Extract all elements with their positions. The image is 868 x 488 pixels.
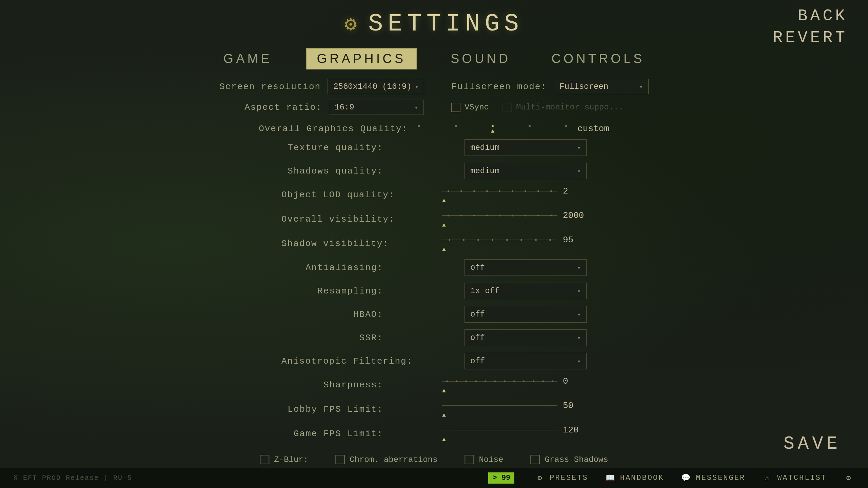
bottom-toolbar: § EFT PROD Release | RU-5 > 99 ⚙ PRESETS… (0, 468, 868, 488)
title-area: ⚙ SETTINGS (0, 0, 868, 38)
aspect-vsync-row: Aspect ratio: 16:9 ▾ VSync Multi-monitor… (244, 100, 624, 115)
tab-controls[interactable]: CONTROLS (545, 48, 651, 69)
game-fps-slider[interactable] (442, 427, 557, 433)
visibility-arrow[interactable]: ▲ (442, 222, 446, 228)
settings-grid: Texture quality: medium ▾ Shadows qualit… (281, 139, 587, 443)
screen-row: Screen resolution 868x488 (16:9) ▾ Ful… (219, 79, 649, 94)
overall-quality-value: custom (577, 124, 609, 134)
game-fps-arrow[interactable]: ▲ (442, 436, 446, 443)
texture-label: Texture quality: (281, 143, 383, 153)
tab-sound[interactable]: SOUND (444, 48, 517, 69)
visibility-row: Overall visibility: 2000 (281, 210, 587, 228)
hbao-dropdown[interactable]: off ▾ (465, 306, 587, 323)
fullscreen-dropdown[interactable]: Fullscreen ▾ (554, 79, 649, 94)
sharpness-slider-group: 0 (442, 376, 587, 386)
presets-button[interactable]: ⚙ PRESETS (535, 473, 588, 484)
chrom-group: Chrom. aberrations (335, 455, 437, 464)
settings-gear-icon: ⚙ (844, 473, 854, 484)
lobby-fps-arrow[interactable]: ▲ (442, 412, 446, 418)
resampling-dropdown[interactable]: 1x off ▾ (465, 283, 587, 299)
aniso-label: Anisotropic Filtering: (281, 356, 413, 366)
ssr-value: off (470, 333, 485, 342)
sharpness-row: Sharpness: 0 (281, 376, 587, 394)
zblur-group: Z-Blur: (260, 455, 308, 464)
ssr-row: SSR: off ▾ (281, 329, 587, 346)
game-fps-value: 120 (563, 425, 587, 435)
noise-checkbox[interactable] (465, 455, 474, 464)
lod-arrow[interactable]: ▲ (442, 198, 446, 204)
zblur-label: Z-Blur: (274, 455, 308, 464)
handbook-label: HANDBOOK (620, 474, 664, 482)
handbook-button[interactable]: 📖 HANDBOOK (605, 473, 664, 484)
noise-label: Noise (479, 455, 503, 464)
shadow-vis-slider[interactable] (442, 237, 557, 243)
revert-button[interactable]: REVERT (773, 28, 848, 47)
shadows-label: Shadows quality: (281, 166, 383, 176)
overall-quality-label: Overall Graphics Quality: (259, 124, 408, 134)
multimonitor-checkbox (502, 103, 512, 112)
bottom-right-items: > 99 ⚙ PRESETS 📖 HANDBOOK 💬 MESSENGER ⚠ … (488, 472, 854, 484)
presets-icon: ⚙ (535, 473, 546, 484)
bottom-checkboxes: Z-Blur: Chrom. aberrations Noise Grass S… (260, 455, 608, 464)
bottom-left-info: § EFT PROD Release | RU-5 (14, 474, 132, 482)
hbao-label: HBAO: (281, 309, 383, 320)
resolution-label: Screen resolution (219, 82, 321, 92)
vsync-multimonitor: VSync Multi-monitor suppo... (451, 103, 624, 112)
antialiasing-label: Antialiasing: (281, 263, 383, 273)
resolution-dropdown[interactable]: 868x488 (16:9) ▾ (328, 79, 424, 94)
ssr-arrow: ▾ (577, 334, 581, 342)
page-title: ⚙ SETTINGS (344, 10, 524, 38)
top-right-buttons: BACK REVERT (773, 7, 848, 47)
grass-shadows-checkbox[interactable] (530, 455, 540, 464)
tab-game[interactable]: GAME (217, 48, 279, 69)
sharpness-slider[interactable] (442, 378, 557, 385)
sharpness-arrow[interactable]: ▲ (442, 388, 446, 394)
aspect-label: Aspect ratio: (244, 102, 322, 113)
shadows-dropdown[interactable]: medium ▾ (465, 163, 587, 179)
zblur-checkbox[interactable] (260, 455, 269, 464)
ssr-dropdown[interactable]: off ▾ (465, 329, 587, 346)
aniso-dropdown[interactable]: off ▾ (465, 353, 587, 369)
lod-row: Object LOD quality: 2 ▲ (281, 186, 587, 204)
gear-icon: ⚙ (344, 12, 361, 37)
shadows-value: medium (470, 166, 499, 176)
tab-graphics[interactable]: GRAPHICS (306, 48, 417, 69)
shadows-arrow: ▾ (577, 167, 581, 175)
chrom-checkbox[interactable] (335, 455, 345, 464)
aspect-dropdown[interactable]: 16:9 ▾ (329, 100, 424, 115)
overall-quality-slider[interactable]: ▲ (418, 124, 567, 134)
resampling-label: Resampling: (281, 286, 383, 296)
sharpness-control: 0 ▲ (442, 376, 587, 394)
lobby-fps-slider[interactable] (442, 402, 557, 409)
aniso-value: off (470, 357, 485, 366)
lod-slider[interactable] (442, 188, 557, 195)
visibility-control: 2000 ▲ (442, 210, 587, 228)
shadow-vis-label: Shadow visibility: (281, 239, 389, 249)
settings-gear-button[interactable]: ⚙ (844, 473, 854, 484)
fullscreen-arrow: ▾ (639, 83, 643, 90)
back-button[interactable]: BACK (798, 7, 848, 25)
game-fps-control: 120 ▲ (442, 425, 587, 443)
watchlist-button[interactable]: ⚠ WATCHLIST (762, 473, 827, 484)
texture-row: Texture quality: medium ▾ (281, 139, 587, 156)
lobby-fps-control: 50 ▲ (442, 401, 587, 418)
messenger-button[interactable]: 💬 MESSENGER (681, 473, 745, 484)
aspect-value: 16:9 (335, 103, 354, 112)
texture-dropdown[interactable]: medium ▾ (465, 139, 587, 156)
fullscreen-group: Fullscreen mode: Fullscreen ▾ (451, 79, 649, 94)
visibility-slider[interactable] (442, 212, 557, 219)
vsync-checkbox[interactable] (451, 103, 460, 112)
game-fps-label: Game FPS Limit: (281, 429, 383, 439)
shadow-vis-arrow[interactable]: ▲ (442, 246, 446, 252)
texture-value: medium (470, 143, 499, 152)
resolution-group: Screen resolution 868x488 (16:9) ▾ (219, 79, 425, 94)
shadow-vis-control: 95 ▲ (442, 235, 587, 252)
aspect-group: Aspect ratio: 16:9 ▾ (244, 100, 424, 115)
fullscreen-label: Fullscreen mode: (451, 82, 547, 92)
chrom-label: Chrom. aberrations (350, 455, 437, 464)
resolution-value: 868x488 (16:9) (333, 82, 411, 91)
antialiasing-dropdown[interactable]: off ▾ (465, 259, 587, 276)
save-button[interactable]: SAVE (783, 433, 841, 454)
overall-quality-row: Overall Graphics Quality: ▲ custom (259, 124, 609, 134)
lod-label: Object LOD quality: (281, 190, 395, 200)
